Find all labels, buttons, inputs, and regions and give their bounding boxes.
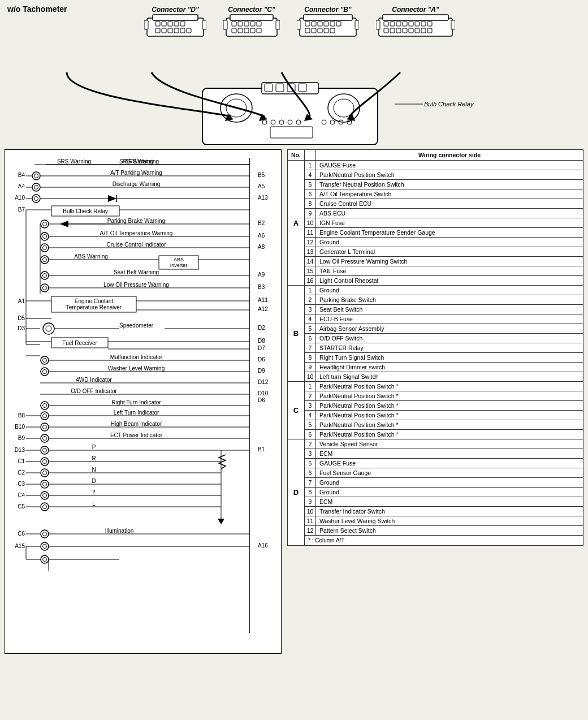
svg-text:A/T Parking Warning: A/T Parking Warning: [110, 170, 162, 176]
table-row: 7 STARTER Relay: [288, 343, 583, 353]
connector-a: Connector "A": [376, 6, 455, 43]
svg-text:B2: B2: [258, 220, 265, 226]
connector-b: Connector "B": [297, 6, 359, 43]
svg-marker-128: [60, 221, 68, 227]
svg-text:D10: D10: [258, 390, 269, 396]
svg-text:O/D OFF Indicator: O/D OFF Indicator: [71, 388, 117, 394]
svg-text:Illumination: Illumination: [105, 528, 134, 534]
table-row-footer: * : Column A/T: [288, 536, 583, 546]
svg-text:4WD Indicator: 4WD Indicator: [76, 377, 112, 383]
svg-text:P: P: [92, 444, 96, 450]
svg-point-143: [43, 258, 47, 262]
connector-table-container: No. Wiring connector side A 1 GAUGE Fuse…: [287, 149, 583, 654]
connector-c: Connector "C": [223, 6, 280, 43]
table-row: 12 Ground: [288, 238, 583, 247]
connector-d: Connector "D": [144, 6, 206, 43]
svg-rect-45: [383, 15, 448, 20]
svg-point-150: [43, 274, 47, 278]
table-row: 11 Engine Coolant Temperature Sender Gau…: [288, 228, 583, 238]
svg-text:Inverter: Inverter: [170, 262, 188, 268]
svg-text:B3: B3: [258, 284, 265, 290]
svg-text:B5: B5: [258, 172, 265, 178]
arrows-cluster-svg: Bulb Check Relay: [5, 43, 581, 145]
table-row: 16 Light Control Rheostat: [288, 276, 583, 286]
svg-point-186: [43, 359, 47, 363]
svg-point-155: [43, 286, 47, 290]
svg-text:C6: C6: [18, 531, 25, 537]
svg-point-272: [43, 545, 47, 549]
svg-text:B7: B7: [18, 206, 25, 213]
svg-point-208: [43, 414, 47, 418]
connector-b-label: Connector "B": [304, 6, 351, 14]
svg-text:A5: A5: [258, 183, 265, 189]
svg-text:Parking Brake Warning: Parking Brake Warning: [107, 218, 165, 224]
svg-point-266: [43, 532, 47, 536]
svg-point-214: [43, 425, 47, 429]
svg-rect-73: [299, 84, 306, 92]
svg-text:D8: D8: [258, 338, 265, 344]
svg-text:A8: A8: [258, 244, 265, 250]
table-row: 6 O/D OFF Switch: [288, 334, 583, 343]
svg-text:Engine Coolant: Engine Coolant: [75, 298, 114, 304]
table-cell-desc: GAUGE Fuse: [316, 161, 583, 170]
svg-text:A11: A11: [258, 297, 268, 303]
section-a-label: A: [288, 161, 305, 286]
table-row: 2 Park/Neutral Position Switch *: [288, 391, 583, 401]
table-row: 9 ECM: [288, 497, 583, 507]
svg-point-138: [43, 246, 47, 250]
svg-point-105: [34, 186, 38, 189]
table-row: 11 Washer Level Waring Switch: [288, 516, 583, 526]
svg-text:A6: A6: [258, 232, 265, 239]
bulb-check-label: Bulb Check Relay: [424, 101, 474, 107]
svg-rect-42: [297, 20, 301, 29]
svg-rect-44: [379, 18, 452, 36]
svg-rect-28: [276, 20, 280, 29]
section-b-label: B: [288, 286, 305, 382]
svg-point-233: [43, 460, 47, 464]
svg-text:Fuel Receiver: Fuel Receiver: [62, 340, 97, 346]
svg-rect-15: [226, 18, 277, 36]
table-header-num: [305, 150, 316, 161]
table-row: 4 Park/Neutral Position Switch *: [288, 411, 583, 420]
svg-text:Right Turn Indicator: Right Turn Indicator: [111, 399, 161, 406]
svg-rect-14: [202, 20, 206, 29]
wiring-diagram: SRS Warning SRS Warning SRS Warning B4 A…: [5, 149, 282, 654]
connector-a-svg: [376, 14, 455, 43]
connector-d-label: Connector "D": [152, 6, 198, 14]
table-row: 6 A/T Oil Temperature Switch: [288, 189, 583, 199]
table-row: 8 Cruise Control ECU: [288, 199, 583, 209]
svg-rect-62: [376, 20, 380, 29]
svg-text:Malfunction Indicator: Malfunction Indicator: [110, 354, 163, 360]
svg-text:A16: A16: [258, 542, 268, 549]
connector-c-label: Connector "C": [228, 6, 275, 14]
svg-text:B1: B1: [258, 446, 265, 452]
svg-text:A1: A1: [18, 298, 25, 304]
svg-text:High Beam Indicator: High Beam Indicator: [111, 421, 162, 427]
main-content: SRS Warning SRS Warning SRS Warning B4 A…: [5, 149, 583, 654]
svg-text:L: L: [92, 501, 96, 507]
table-row: 4 ECU-B Fuse: [288, 314, 583, 324]
svg-point-239: [43, 471, 47, 475]
svg-text:D: D: [92, 478, 96, 484]
svg-text:C4: C4: [18, 492, 25, 498]
svg-text:ABS: ABS: [174, 257, 184, 262]
svg-text:R: R: [92, 455, 96, 462]
svg-text:D5: D5: [18, 315, 25, 321]
svg-text:A4: A4: [18, 183, 25, 189]
svg-text:D13: D13: [15, 447, 25, 453]
svg-text:2: 2: [92, 489, 96, 495]
svg-text:N: N: [92, 467, 96, 473]
svg-marker-114: [108, 195, 116, 202]
svg-point-98: [34, 174, 38, 178]
svg-point-126: [43, 222, 47, 226]
section-c-label: C: [288, 382, 305, 439]
table-row: 5 Park/Neutral Position Switch *: [288, 420, 583, 430]
svg-rect-16: [230, 15, 273, 20]
connector-b-svg: [297, 14, 359, 43]
table-row: 4 Park/Neutral Position Switch: [288, 170, 583, 180]
svg-rect-71: [276, 84, 284, 92]
svg-text:SRS Warning: SRS Warning: [57, 158, 91, 165]
table-row: 14 Low Oil Pressure Warning Switch: [288, 257, 583, 266]
table-row: 8 Right Turn Signal Switch: [288, 353, 583, 363]
table-row: 13 Generator L Terminal: [288, 247, 583, 257]
